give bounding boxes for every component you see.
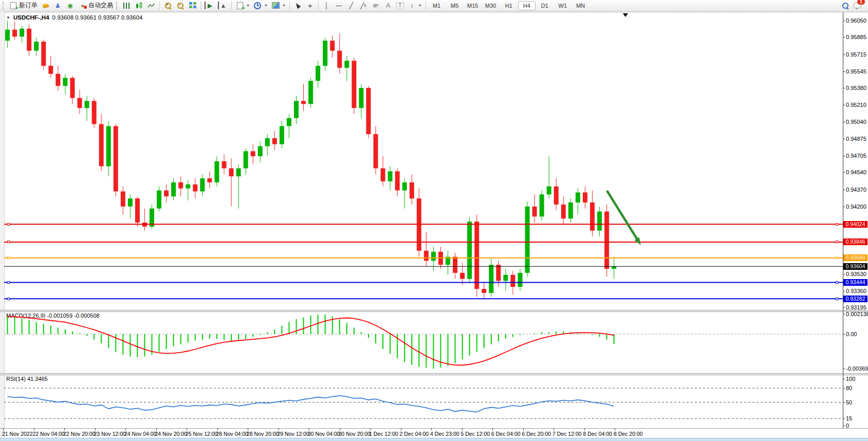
templates-button[interactable]: ▼	[270, 1, 287, 10]
text-label-icon: T	[396, 2, 404, 9]
candle-body	[99, 124, 104, 166]
time-axis-label: 25 Nov 12:00	[186, 431, 217, 437]
candle-body	[294, 101, 299, 118]
signals-button[interactable]: ◉	[64, 1, 76, 10]
line-handle[interactable]	[7, 241, 10, 243]
timeframe-m15-button[interactable]: M15	[464, 1, 482, 10]
toolbar-grip[interactable]	[116, 2, 119, 10]
price-axis-label: 0.95885	[846, 34, 866, 40]
timeframe-d1-button[interactable]: D1	[536, 1, 553, 10]
time-axis-label: 30 Nov 20:00	[339, 431, 371, 437]
zoom-out-button[interactable]: −	[174, 1, 186, 10]
timeframe-w1-button[interactable]: W1	[554, 1, 571, 10]
time-axis-label: 4 Dec 23:00	[430, 431, 459, 437]
cursor-tool-button[interactable]	[292, 1, 304, 10]
line-handle[interactable]	[836, 256, 838, 259]
search-button[interactable]	[839, 1, 851, 10]
candle	[330, 35, 335, 58]
candle	[41, 40, 46, 70]
macd-pane	[4, 312, 843, 373]
candle	[12, 22, 17, 40]
timeframe-m30-button[interactable]: M30	[482, 1, 500, 10]
new-order-button[interactable]: + 新订单	[7, 1, 39, 10]
price-line-tag: 0.93444	[843, 279, 867, 286]
timeframe-m5-button[interactable]: M5	[446, 1, 464, 10]
candle	[503, 269, 508, 291]
crosshair-tool-button[interactable]: +	[304, 1, 316, 10]
trendline-tool-button[interactable]: ╱	[345, 1, 357, 10]
tile-windows-button[interactable]	[187, 1, 198, 10]
candle	[301, 84, 306, 111]
channel-tool-button[interactable]: ╱E	[358, 1, 370, 10]
periods-button[interactable]: ▼	[252, 1, 269, 10]
candle-body	[193, 185, 197, 192]
new-chart-button[interactable]: +▼	[234, 1, 251, 10]
candle-body	[20, 29, 24, 37]
bar-chart-icon	[122, 2, 131, 9]
line-chart-mode-button[interactable]	[145, 1, 157, 10]
news-button[interactable]	[40, 1, 51, 10]
vline-tool-button[interactable]: │	[321, 1, 333, 10]
time-axis-label: 5 Dec 12:00	[461, 431, 490, 437]
timeframe-mn-button[interactable]: MN	[572, 1, 589, 10]
line-handle[interactable]	[836, 298, 838, 300]
fibonacci-tool-button[interactable]: ≡F	[370, 1, 382, 10]
candle	[323, 38, 327, 71]
candle-body	[244, 151, 248, 168]
line-handle[interactable]	[7, 281, 10, 284]
time-axis-label: 7 Dec 12:00	[552, 431, 582, 437]
text-label-tool-button[interactable]: T	[395, 2, 405, 10]
candle-body	[316, 66, 320, 81]
candle-body	[106, 126, 111, 166]
hline-tool-button[interactable]: —	[333, 1, 345, 10]
line-handle[interactable]	[7, 298, 10, 300]
timeframe-h4-button[interactable]: H4	[518, 1, 535, 10]
candle	[381, 156, 385, 187]
candle	[56, 66, 60, 91]
clock-icon	[253, 2, 262, 9]
auto-trading-button[interactable]: ● 自动交易	[77, 1, 115, 10]
timeframe-m1-button[interactable]: M1	[428, 1, 446, 10]
notifications-button[interactable]: 1	[852, 1, 863, 10]
chart-shift-button[interactable]: ▲	[216, 1, 229, 10]
candle	[207, 171, 212, 188]
chat-icon: 1	[853, 2, 862, 9]
time-axis-label: 29 Nov 12:00	[278, 431, 309, 437]
candle	[395, 168, 400, 196]
line-handle[interactable]	[7, 256, 10, 259]
time-axis-label: 6 Dec 04:00	[491, 431, 521, 437]
timeframe-h1-button[interactable]: H1	[500, 1, 518, 10]
text-tool-button[interactable]: A	[382, 1, 394, 10]
market-depth-button[interactable]: ♟	[52, 1, 64, 10]
arrows-tool-button[interactable]: ↕▼	[406, 1, 423, 10]
line-handle[interactable]	[836, 281, 838, 284]
candle-chart-mode-button[interactable]	[133, 1, 145, 10]
line-handle[interactable]	[836, 241, 838, 243]
candle	[352, 58, 356, 114]
candle	[453, 253, 457, 279]
trend-arrow[interactable]	[607, 191, 638, 241]
price-line-tag: 0.93282	[843, 296, 867, 302]
auto-scroll-button[interactable]: ▶	[203, 1, 216, 10]
toolbar-separator	[200, 1, 201, 10]
zoom-in-button[interactable]: +	[162, 1, 174, 10]
arrows-icon: ↕	[408, 2, 416, 9]
candle	[489, 259, 493, 297]
line-handle[interactable]	[7, 223, 10, 226]
candle-body	[511, 275, 515, 287]
candle	[63, 74, 67, 94]
candle-body	[164, 190, 169, 196]
candle-body	[114, 126, 118, 191]
candle-body	[337, 51, 342, 68]
bar-chart-mode-button[interactable]	[121, 1, 133, 10]
macd-axis-label: -0.003698	[846, 365, 868, 372]
toolbar-separator	[289, 1, 290, 10]
candle-body	[85, 101, 89, 108]
toolbar-grip[interactable]	[3, 2, 6, 10]
candle	[178, 176, 183, 196]
candle-body	[92, 101, 97, 124]
line-handle[interactable]	[836, 223, 838, 226]
candle	[431, 247, 436, 271]
candle-body	[78, 98, 82, 108]
candle	[27, 25, 31, 56]
